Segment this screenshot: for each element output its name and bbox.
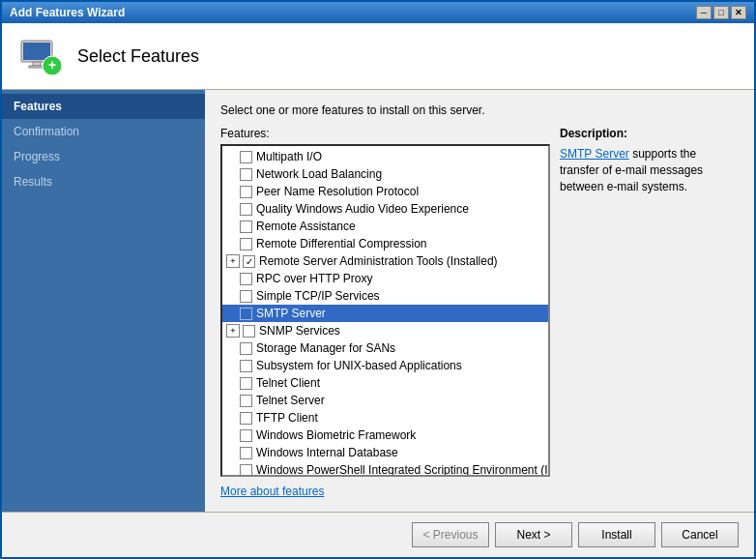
- list-item[interactable]: TFTP Client: [222, 409, 548, 427]
- list-item[interactable]: Storage Manager for SANs: [222, 339, 548, 357]
- more-about-features-link[interactable]: More about features: [220, 485, 324, 498]
- feature-label: Windows Internal Database: [256, 446, 398, 459]
- feature-label: Subsystem for UNIX-based Applications: [256, 359, 462, 372]
- feature-checkbox[interactable]: [240, 168, 252, 181]
- feature-label: SMTP Server: [256, 307, 326, 320]
- feature-checkbox[interactable]: [240, 186, 252, 198]
- feature-label: SNMP Services: [259, 324, 340, 338]
- features-list-container: Multipath I/O Network Load Balancing P: [220, 144, 550, 477]
- title-bar-buttons: ─ □ ✕: [696, 6, 746, 19]
- expander-icon[interactable]: +: [226, 254, 240, 268]
- smtp-link[interactable]: SMTP Server: [560, 147, 629, 161]
- svg-rect-1: [23, 43, 50, 60]
- list-item[interactable]: RPC over HTTP Proxy: [222, 270, 548, 287]
- svg-text:+: +: [48, 57, 56, 73]
- title-bar: Add Features Wizard ─ □ ✕: [2, 2, 754, 23]
- feature-checkbox[interactable]: [240, 412, 252, 425]
- list-item[interactable]: Multipath I/O: [222, 148, 548, 165]
- feature-label: Multipath I/O: [256, 150, 322, 163]
- feature-checkbox[interactable]: [243, 325, 255, 338]
- feature-checkbox[interactable]: [240, 429, 252, 442]
- feature-label: Peer Name Resolution Protocol: [256, 185, 419, 198]
- features-panel: Features: Multipath I/O Netwo: [220, 127, 550, 498]
- feature-checkbox[interactable]: [243, 255, 255, 268]
- feature-checkbox[interactable]: [240, 464, 252, 476]
- features-row: Features: Multipath I/O Netwo: [220, 127, 739, 498]
- sidebar-item-progress[interactable]: Progress: [2, 144, 205, 169]
- feature-checkbox[interactable]: [240, 273, 252, 285]
- description-panel: Description: SMTP Server supports the tr…: [560, 127, 739, 498]
- feature-label: RPC over HTTP Proxy: [256, 272, 372, 285]
- previous-button[interactable]: < Previous: [412, 522, 489, 547]
- sidebar: Features Confirmation Progress Results: [2, 90, 205, 512]
- feature-checkbox[interactable]: [240, 221, 252, 233]
- list-item[interactable]: Peer Name Resolution Protocol: [222, 183, 548, 200]
- maximize-button[interactable]: □: [713, 6, 729, 19]
- list-item[interactable]: Windows Biometric Framework: [222, 427, 548, 444]
- feature-checkbox[interactable]: [240, 308, 252, 320]
- features-label: Features:: [220, 127, 550, 140]
- feature-label: Quality Windows Audio Video Experience: [256, 202, 469, 216]
- feature-label: Network Load Balancing: [256, 167, 382, 181]
- feature-checkbox[interactable]: [240, 377, 252, 390]
- list-item[interactable]: + Remote Server Administration Tools (In…: [222, 252, 548, 270]
- minimize-button[interactable]: ─: [696, 6, 712, 19]
- feature-label: Simple TCP/IP Services: [256, 289, 380, 303]
- close-button[interactable]: ✕: [731, 6, 746, 19]
- feature-label: Windows PowerShell Integrated Scripting …: [256, 463, 548, 475]
- install-button[interactable]: Install: [578, 522, 655, 547]
- sidebar-item-confirmation[interactable]: Confirmation: [2, 119, 205, 144]
- list-item-smtp[interactable]: SMTP Server: [222, 305, 548, 322]
- header-area: + Select Features: [2, 23, 754, 90]
- feature-checkbox[interactable]: [240, 238, 252, 250]
- list-item[interactable]: + SNMP Services: [222, 322, 548, 339]
- svg-rect-2: [33, 62, 41, 66]
- list-item[interactable]: Telnet Server: [222, 392, 548, 409]
- content-area: Features Confirmation Progress Results S…: [2, 90, 754, 512]
- main-panel: Select one or more features to install o…: [205, 90, 754, 512]
- footer: < Previous Next > Install Cancel: [2, 512, 754, 557]
- list-item[interactable]: Simple TCP/IP Services: [222, 287, 548, 305]
- feature-label: TFTP Client: [256, 411, 318, 425]
- feature-label: Telnet Client: [256, 376, 320, 390]
- feature-checkbox[interactable]: [240, 203, 252, 216]
- feature-checkbox[interactable]: [240, 151, 252, 163]
- features-list[interactable]: Multipath I/O Network Load Balancing P: [222, 146, 548, 475]
- wizard-icon: +: [17, 33, 64, 79]
- sidebar-item-results[interactable]: Results: [2, 169, 205, 194]
- feature-label: Remote Assistance: [256, 220, 356, 233]
- feature-checkbox[interactable]: [240, 395, 252, 407]
- expander-icon[interactable]: +: [226, 324, 240, 338]
- list-item[interactable]: Telnet Client: [222, 374, 548, 392]
- window-title: Add Features Wizard: [10, 6, 125, 19]
- feature-checkbox[interactable]: [240, 342, 252, 355]
- list-item[interactable]: Remote Differential Compression: [222, 235, 548, 252]
- feature-label: Storage Manager for SANs: [256, 341, 395, 355]
- list-item[interactable]: Network Load Balancing: [222, 165, 548, 183]
- feature-label: Remote Server Administration Tools (Inst…: [259, 254, 498, 268]
- main-description: Select one or more features to install o…: [220, 103, 739, 117]
- list-item[interactable]: Subsystem for UNIX-based Applications: [222, 357, 548, 374]
- list-item[interactable]: Remote Assistance: [222, 218, 548, 235]
- feature-label: Remote Differential Compression: [256, 237, 427, 250]
- list-item[interactable]: Windows Internal Database: [222, 444, 548, 461]
- list-item[interactable]: Quality Windows Audio Video Experience: [222, 200, 548, 218]
- next-button[interactable]: Next >: [495, 522, 572, 547]
- feature-label: Telnet Server: [256, 394, 325, 407]
- feature-checkbox[interactable]: [240, 447, 252, 459]
- description-label: Description:: [560, 127, 739, 140]
- page-title: Select Features: [77, 46, 199, 67]
- sidebar-item-features[interactable]: Features: [2, 94, 205, 119]
- feature-label: Windows Biometric Framework: [256, 428, 416, 442]
- list-item[interactable]: Windows PowerShell Integrated Scripting …: [222, 461, 548, 475]
- title-bar-left: Add Features Wizard: [10, 6, 125, 19]
- description-text: SMTP Server supports the transfer of e-m…: [560, 146, 739, 194]
- cancel-button[interactable]: Cancel: [661, 522, 739, 547]
- main-window: Add Features Wizard ─ □ ✕ + Select Featu…: [0, 0, 756, 559]
- feature-checkbox[interactable]: [240, 360, 252, 372]
- more-link-container: More about features: [220, 485, 550, 498]
- feature-checkbox[interactable]: [240, 290, 252, 303]
